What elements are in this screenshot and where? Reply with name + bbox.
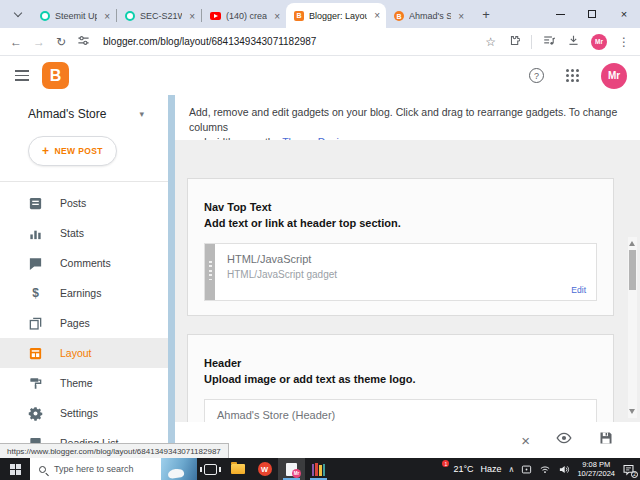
weather-icon[interactable]: 1	[432, 462, 446, 476]
pages-icon	[28, 316, 43, 331]
layout-icon	[28, 346, 43, 361]
new-tab-button[interactable]: +	[476, 4, 496, 24]
scroll-down-icon[interactable]	[629, 409, 635, 414]
downloads-icon[interactable]	[567, 33, 580, 51]
tab-search-button[interactable]	[8, 4, 28, 24]
task-view-icon	[204, 464, 217, 475]
tablet-mode-icon[interactable]	[521, 464, 532, 475]
sidebar-item-earnings[interactable]: $ Earnings	[0, 278, 168, 308]
sidebar-item-label: Stats	[60, 227, 84, 239]
tab-close-icon[interactable]: ×	[372, 10, 382, 21]
tab-close-icon[interactable]: ×	[187, 11, 197, 22]
posts-icon	[28, 196, 43, 211]
task-view-button[interactable]	[197, 458, 224, 480]
gadget-card-page-header[interactable]: Ahmad's Store (Header) Page Header gadge…	[204, 399, 597, 422]
save-icon[interactable]	[598, 430, 614, 450]
help-icon[interactable]: ?	[529, 68, 544, 83]
sidebar-item-posts[interactable]: Posts	[0, 188, 168, 218]
menu-hamburger-icon[interactable]	[15, 70, 29, 81]
section-nav-top-text: Nav Top Text Add text or link at header …	[187, 178, 614, 316]
bookmark-star-icon[interactable]: ☆	[485, 35, 496, 49]
theme-icon	[28, 376, 43, 391]
taskbar-search-box[interactable]: Type here to search	[30, 458, 197, 480]
gadget-name: HTML/JavaScript	[227, 253, 337, 265]
sidebar-item-pages[interactable]: Pages	[0, 308, 168, 338]
sidebar-item-comments[interactable]: Comments	[0, 248, 168, 278]
chrome-window-icon: Mr	[286, 463, 297, 476]
weather-condition[interactable]: Haze	[481, 464, 502, 474]
stats-icon	[28, 226, 43, 241]
back-button[interactable]: ←	[10, 35, 22, 49]
account-avatar[interactable]: Mr	[601, 63, 627, 89]
scroll-up-icon[interactable]	[629, 241, 635, 246]
page-body: Ahmad's Store ▾ + NEW POST Posts Stats	[0, 95, 640, 458]
edit-link[interactable]: Edit	[571, 285, 586, 295]
sidebar-scrollbar[interactable]	[168, 95, 175, 450]
caret-down-icon: ▾	[139, 109, 144, 119]
tab-youtube-creating[interactable]: (140) creating a ×	[202, 4, 286, 28]
tab-close-icon[interactable]: ×	[102, 11, 112, 22]
file-explorer-button[interactable]	[224, 458, 251, 480]
blogger-logo[interactable]: B	[42, 62, 69, 89]
media-controls-icon[interactable]	[543, 33, 556, 51]
site-info-icon[interactable]	[77, 33, 90, 51]
restore-icon	[588, 10, 596, 18]
reload-button[interactable]: ↻	[56, 35, 66, 49]
minimize-button[interactable]	[544, 0, 576, 28]
layout-main: Add, remove and edit gadgets on your blo…	[175, 95, 640, 458]
sidebar-item-stats[interactable]: Stats	[0, 218, 168, 248]
new-post-button[interactable]: + NEW POST	[28, 136, 117, 166]
taskbar-clock[interactable]: 9:08 PM 10/27/2024	[577, 460, 615, 478]
gadget-card-html-javascript[interactable]: HTML/JavaScript HTML/JavaScript gadget E…	[204, 243, 597, 301]
wps-office-button[interactable]: W	[251, 458, 278, 480]
tab-blogger-layout[interactable]: B Blogger: Layout ×	[286, 3, 386, 28]
tab-ahmads-store[interactable]: B Ahmad's Store ×	[386, 4, 470, 28]
winrar-button[interactable]	[305, 458, 332, 480]
browser-tab-strip: Steemit Update × SEC-S21W1: Cre × (140) …	[0, 0, 640, 28]
forward-button[interactable]: →	[33, 35, 45, 49]
tab-steemit-update[interactable]: Steemit Update ×	[32, 4, 116, 28]
toolbar-separator	[531, 35, 532, 49]
start-button[interactable]	[0, 458, 30, 480]
earnings-icon: $	[28, 286, 43, 300]
tab-sec-s21w1[interactable]: SEC-S21W1: Cre ×	[117, 4, 201, 28]
google-apps-icon[interactable]	[566, 69, 579, 82]
restore-button[interactable]	[576, 0, 608, 28]
blogger-app-header: B ? Mr	[0, 56, 640, 95]
weather-temp[interactable]: 21°C	[453, 464, 473, 474]
tab-close-icon[interactable]: ×	[456, 11, 466, 22]
sidebar-item-settings[interactable]: Settings	[0, 398, 168, 428]
blog-selector[interactable]: Ahmad's Store ▾	[0, 95, 168, 121]
sidebar-item-label: Posts	[60, 197, 86, 209]
windows-taskbar: Type here to search W Mr 1 21°C Haze ∧	[0, 458, 640, 480]
extensions-icon[interactable]	[507, 33, 520, 51]
bottom-action-bar: ×	[175, 422, 640, 458]
wifi-icon[interactable]	[539, 464, 551, 475]
volume-icon[interactable]	[558, 464, 570, 475]
tab-title: SEC-S21W1: Cre	[140, 11, 182, 21]
browser-profile-avatar[interactable]: Mr	[591, 34, 607, 50]
preview-eye-icon[interactable]	[556, 430, 572, 450]
blogger-icon: B	[294, 11, 304, 21]
browser-menu-icon[interactable]: ⋮	[618, 35, 630, 49]
section-title: Header	[204, 357, 597, 369]
gadget-name: Ahmad's Store (Header)	[217, 409, 335, 421]
discard-button[interactable]: ×	[521, 432, 530, 449]
sidebar-item-label: Theme	[60, 377, 93, 389]
action-center-button[interactable]: 2	[622, 463, 635, 476]
gadget-area: Nav Top Text Add text or link at header …	[175, 140, 640, 422]
section-subtitle: Upload image or add text as theme logo.	[204, 373, 597, 385]
chrome-profile-button[interactable]: Mr	[278, 458, 305, 480]
tab-title: (140) creating a	[226, 11, 267, 21]
scrollbar-thumb[interactable]	[629, 250, 636, 290]
drag-handle[interactable]	[205, 244, 215, 300]
content-scrollbar[interactable]	[628, 237, 637, 418]
url-omnibox[interactable]: blogger.com/blog/layout/6841349343071182…	[103, 36, 474, 47]
steemit-icon	[125, 11, 135, 21]
sidebar-item-layout[interactable]: Layout	[0, 338, 168, 368]
search-icon	[39, 466, 46, 473]
sidebar-item-theme[interactable]: Theme	[0, 368, 168, 398]
close-window-button[interactable]: ×	[608, 0, 640, 28]
tab-close-icon[interactable]: ×	[272, 11, 282, 22]
hidden-icons-chevron[interactable]: ∧	[509, 465, 515, 474]
